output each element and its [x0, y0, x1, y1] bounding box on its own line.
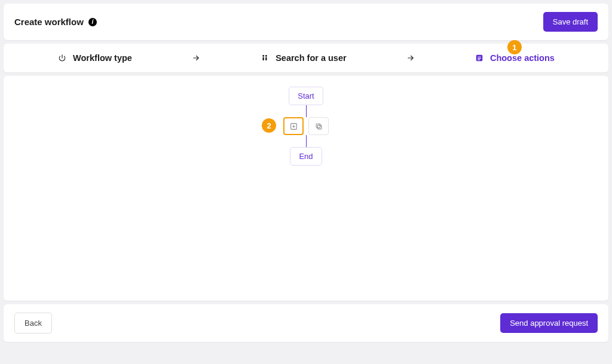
page-title: Create workflow i [14, 17, 97, 27]
svg-point-1 [265, 55, 267, 57]
start-node[interactable]: Start [289, 87, 323, 105]
copy-action-button[interactable] [308, 117, 329, 135]
step-choose-actions[interactable]: Choose actions 1 [475, 53, 555, 63]
add-action-button[interactable] [283, 117, 304, 135]
step-search-user[interactable]: Search for a user [260, 53, 346, 63]
power-icon [57, 53, 67, 63]
workflow-flow: Start 2 End [283, 87, 329, 166]
svg-rect-6 [317, 125, 322, 129]
step-label: Search for a user [276, 53, 346, 63]
connector-line [306, 105, 307, 117]
plus-square-icon [290, 123, 298, 130]
callout-badge-2: 2 [262, 118, 276, 133]
footer-bar: Back Send approval request [4, 304, 608, 342]
svg-rect-7 [316, 124, 320, 128]
save-draft-button[interactable]: Save draft [543, 12, 598, 32]
users-icon [260, 53, 270, 63]
svg-rect-2 [263, 57, 264, 60]
back-button[interactable]: Back [14, 313, 52, 334]
end-node[interactable]: End [290, 147, 322, 166]
page-title-text: Create workflow [14, 17, 84, 27]
svg-point-0 [262, 55, 264, 57]
copy-icon [315, 123, 323, 130]
connector-line [306, 135, 307, 147]
svg-rect-3 [265, 57, 267, 60]
add-action-row: 2 [283, 117, 329, 135]
step-workflow-type[interactable]: Workflow type [57, 53, 132, 63]
step-separator [192, 54, 200, 62]
header-bar: Create workflow i Save draft [4, 4, 608, 40]
step-label: Choose actions [490, 53, 555, 63]
callout-badge-1: 1 [507, 40, 522, 54]
checklist-icon [475, 53, 484, 63]
step-separator [406, 54, 415, 62]
info-icon[interactable]: i [88, 18, 97, 26]
send-approval-button[interactable]: Send approval request [500, 313, 598, 333]
wizard-steps: Workflow type Search for a user Choose a… [4, 44, 608, 72]
step-label: Workflow type [73, 53, 132, 63]
workflow-canvas: Start 2 End [4, 76, 608, 301]
